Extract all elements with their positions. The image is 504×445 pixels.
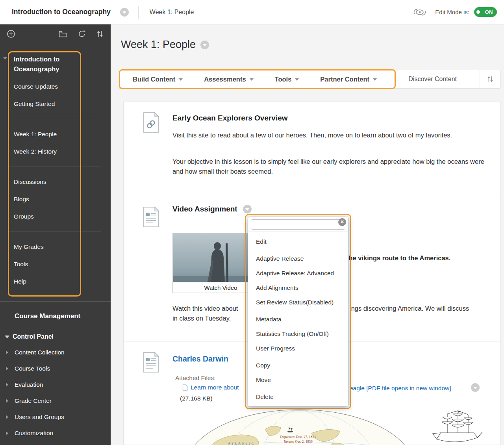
video-description-line1-left: Watch this video about <box>172 305 238 312</box>
voyage-map-image: Departure: Dec. 27, 1831 Return: Oct. 2,… <box>182 406 418 445</box>
sidebar-toolbar <box>6 29 104 39</box>
item-title-row: Video Assignment <box>172 205 252 213</box>
content-document-icon <box>142 352 160 375</box>
folder-view-icon[interactable] <box>59 30 67 37</box>
chevron-right-icon <box>6 399 8 403</box>
sidebar-item-course-home[interactable]: Introduction to Oceanography <box>0 52 111 78</box>
pdf-link-prefix[interactable]: Learn more about <box>191 384 239 391</box>
map-return-label: Return: Oct. 2, 1836 <box>284 439 313 443</box>
edit-mode-toggle[interactable]: ON <box>474 7 497 17</box>
menu-group: Adaptive Release Adaptive Release: Advan… <box>248 251 348 310</box>
item-label: Grade Center <box>15 397 52 404</box>
item-label: Users and Groups <box>15 413 64 421</box>
sidebar-item-week-1[interactable]: Week 1: People <box>0 126 111 143</box>
menu-group: Metadata Statistics Tracking (On/Off) Us… <box>248 312 348 356</box>
build-content-button[interactable]: Build Content <box>133 76 183 83</box>
reorder-items-button[interactable] <box>480 70 500 88</box>
sidebar-item-help[interactable]: Help <box>0 273 111 290</box>
menu-item-user-progress[interactable]: User Progress <box>248 341 348 356</box>
context-menu-search-field[interactable] <box>251 219 345 230</box>
menu-item-metadata[interactable]: Metadata <box>248 312 348 326</box>
menu-item-add-alignments[interactable]: Add Alignments <box>248 280 348 295</box>
video-heading-fragment: the vikings route to the Americas. <box>346 254 450 262</box>
menu-item-copy[interactable]: Copy <box>248 358 348 373</box>
item-label: Content Collection <box>15 349 65 356</box>
sidebar-item-week-2[interactable]: Week 2: History <box>0 143 111 160</box>
attached-files-label: Attached Files: <box>175 375 216 382</box>
item-label: Course Tools <box>15 365 50 372</box>
item-title-link[interactable]: Charles Darwin <box>172 354 228 363</box>
sidebar-item-groups[interactable]: Groups <box>0 208 111 225</box>
close-icon[interactable] <box>338 218 346 226</box>
sidebar-item-blogs[interactable]: Blogs <box>0 191 111 208</box>
item-label: Evaluation <box>15 381 43 388</box>
chevron-down-icon <box>473 387 477 389</box>
map-departure-label: Departure: Dec. 27, 1831 <box>280 435 316 439</box>
menu-item-delete[interactable]: Delete <box>248 389 348 404</box>
course-context-menu-button[interactable] <box>120 8 129 17</box>
partner-content-button[interactable]: Partner Content <box>320 76 377 83</box>
sidebar-item-content-collection[interactable]: Content Collection <box>0 344 111 360</box>
content-item-early-ocean-explorers: Early Ocean Explorers Overview Visit thi… <box>124 102 500 195</box>
chevron-down-icon <box>245 208 249 211</box>
sidebar-item-course-updates[interactable]: Course Updates <box>0 78 111 95</box>
control-panel-label: Control Panel <box>13 333 54 340</box>
assessments-button[interactable]: Assessments <box>204 76 253 83</box>
menu-item-set-review-status[interactable]: Set Review Status(Disabled) <box>248 295 348 310</box>
student-preview-icon[interactable] <box>412 7 427 17</box>
chevron-down-icon <box>179 78 183 81</box>
sidebar-item-tools[interactable]: Tools <box>0 256 111 273</box>
chevron-down-icon <box>5 336 9 338</box>
tools-button[interactable]: Tools <box>275 76 299 83</box>
chevron-right-icon <box>6 367 8 371</box>
reorder-updown-icon[interactable] <box>96 30 104 38</box>
sidebar: Introduction to Oceanography Course Upda… <box>0 24 111 445</box>
item-label: Customization <box>15 430 53 437</box>
divider <box>9 119 101 119</box>
sidebar-item-grade-center[interactable]: Grade Center <box>0 393 111 409</box>
menu-group: Delete <box>248 389 348 404</box>
chevron-down-icon <box>373 78 377 81</box>
file-size: (27.168 KB) <box>180 395 213 402</box>
video-description-line1-right: ings discovering America. We will discus… <box>350 305 469 312</box>
sidebar-item-getting-started[interactable]: Getting Started <box>0 95 111 113</box>
item-title: Video Assignment <box>172 205 237 213</box>
sidebar-item-users-and-groups[interactable]: Users and Groups <box>0 409 111 425</box>
divider <box>9 167 101 167</box>
control-panel-list: Content Collection Course Tools Evaluati… <box>0 344 111 441</box>
menu-item-edit[interactable]: Edit <box>248 234 348 249</box>
page-context-menu-button[interactable] <box>200 41 209 49</box>
divider <box>0 301 111 302</box>
menu-group: Edit <box>248 234 348 249</box>
sidebar-item-my-grades[interactable]: My Grades <box>0 238 111 256</box>
menu-item-statistics-tracking[interactable]: Statistics Tracking (On/Off) <box>248 326 348 341</box>
page-title: Week 1: People <box>121 39 196 51</box>
discover-content-button[interactable]: Discover Content <box>408 76 457 83</box>
menu-item-adaptive-release-advanced[interactable]: Adaptive Release: Advanced <box>248 266 348 280</box>
menu-item-move[interactable]: Move <box>248 373 348 387</box>
file-icon <box>182 384 188 391</box>
file-context-menu-button[interactable] <box>471 383 480 392</box>
course-management-section: Course Management Control Panel Content … <box>0 301 111 441</box>
sidebar-item-discussions[interactable]: Discussions <box>0 173 111 191</box>
web-link-document-icon <box>142 112 160 135</box>
sidebar-item-evaluation[interactable]: Evaluation <box>0 376 111 393</box>
context-menu-list: Edit Adaptive Release Adaptive Release: … <box>248 232 348 406</box>
item-title-link[interactable]: Early Ocean Explorers Overview <box>172 114 288 122</box>
topbar-right: Edit Mode is: ON <box>412 7 504 17</box>
chevron-right-icon <box>6 350 8 354</box>
content-document-icon <box>142 206 160 229</box>
edit-mode-value: ON <box>485 9 493 15</box>
item-paragraph: Visit this site to read about a few of o… <box>172 130 467 140</box>
add-menu-item-icon[interactable] <box>6 29 16 39</box>
sidebar-item-course-tools[interactable]: Course Tools <box>0 360 111 376</box>
menu-item-adaptive-release[interactable]: Adaptive Release <box>248 251 348 266</box>
chevron-down-icon <box>122 11 126 14</box>
sidebar-item-customization[interactable]: Customization <box>0 425 111 441</box>
refresh-icon[interactable] <box>78 30 86 38</box>
context-menu-annotation-box: Edit Adaptive Release Adaptive Release: … <box>245 214 351 409</box>
sidebar-item-control-panel[interactable]: Control Panel <box>5 333 111 340</box>
context-menu-header <box>248 217 348 232</box>
item-context-menu-button[interactable] <box>243 205 252 213</box>
pdf-link-suffix[interactable]: eagle [PDF file opens in new window] <box>350 385 451 392</box>
